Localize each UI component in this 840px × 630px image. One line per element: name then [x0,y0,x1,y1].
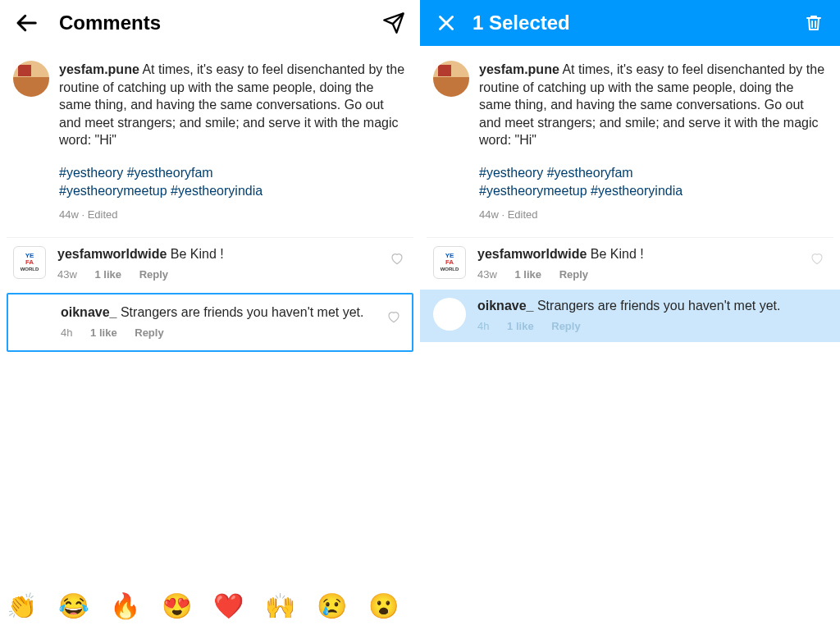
author-avatar[interactable] [433,61,469,97]
emoji-wow[interactable]: 😮 [368,591,399,620]
emoji-cry[interactable]: 😢 [317,591,347,620]
comment-row-highlighted[interactable]: oiknave_ Strangers are friends you haven… [7,293,413,352]
commenter-avatar[interactable]: YEFAWORLD [433,246,466,279]
send-icon[interactable] [381,10,407,36]
trash-icon[interactable] [801,10,827,36]
hashtag-line[interactable]: #yestheorymeetup #yestheoryindia [479,182,827,200]
topbar-selection: 1 Selected [420,0,840,46]
like-heart-icon[interactable] [807,303,827,317]
comment-row[interactable]: YEFAWORLD yesfamworldwide Be Kind ! 43w … [420,238,840,290]
comment-likes[interactable]: 1 like [507,320,534,332]
phone-left: Comments yesfam.pune At times, it's easy… [0,0,420,630]
comment-reply[interactable]: Reply [139,268,168,281]
like-heart-icon[interactable] [384,309,404,324]
commenter-handle[interactable]: yesfamworldwide [477,247,587,261]
comment-text: Be Kind ! [591,247,644,261]
emoji-joy[interactable]: 😂 [58,591,89,620]
comment-age: 43w [57,268,77,281]
comment-meta: 4h 1 like Reply [61,326,379,340]
comment-row-selected[interactable]: oiknave_ Strangers are friends you haven… [420,290,840,342]
phone-right: 1 Selected yesfam.pune At times, it's ea… [420,0,840,630]
comment-likes[interactable]: 1 like [514,268,541,281]
comment-reply[interactable]: Reply [135,326,163,339]
close-icon[interactable] [433,10,459,36]
commenter-avatar[interactable]: YEFAWORLD [13,246,46,279]
commenter-handle[interactable]: oiknave_ [61,305,116,319]
comment-meta: 43w 1 like Reply [477,268,802,282]
comment-meta: 43w 1 like Reply [57,268,382,282]
comment-likes[interactable]: 1 like [94,268,121,281]
comment-row[interactable]: YEFAWORLD yesfamworldwide Be Kind ! 43w … [0,238,420,290]
like-heart-icon[interactable] [807,251,827,266]
caption-meta: 44w · Edited [479,208,827,222]
comment-meta: 4h 1 like Reply [477,320,802,334]
comment-age: 4h [61,326,72,339]
hashtag-line[interactable]: #yestheory #yestheoryfam [479,164,827,182]
comment-age: 4h [477,320,489,332]
comment-likes[interactable]: 1 like [90,326,117,339]
comment-text: Be Kind ! [171,247,224,261]
like-heart-icon[interactable] [387,251,407,266]
back-arrow-icon[interactable] [13,10,39,36]
selection-title: 1 Selected [459,11,801,34]
author-handle[interactable]: yesfam.pune [59,62,139,76]
commenter-handle[interactable]: oiknave_ [477,299,533,313]
commenter-handle[interactable]: yesfamworldwide [57,247,167,261]
emoji-clap[interactable]: 👏 [7,591,37,620]
comment-reply[interactable]: Reply [559,268,588,281]
commenter-avatar[interactable] [16,304,49,337]
emoji-hearteyes[interactable]: 😍 [162,591,192,620]
comment-text: Strangers are friends you haven't met ye… [537,299,781,313]
comment-reply[interactable]: Reply [551,320,580,332]
hashtags[interactable]: #yestheory #yestheoryfam #yestheorymeetu… [479,164,827,199]
emoji-quickbar: 👏 😂 🔥 😍 ❤️ 🙌 😢 😮 [0,581,420,630]
hashtag-line[interactable]: #yestheorymeetup #yestheoryindia [59,182,407,200]
post-caption: yesfam.pune At times, it's easy to feel … [0,46,420,231]
page-title: Comments [39,11,381,34]
author-handle[interactable]: yesfam.pune [479,62,559,76]
hashtags[interactable]: #yestheory #yestheoryfam #yestheorymeetu… [59,164,407,199]
author-avatar[interactable] [13,61,49,97]
commenter-avatar[interactable] [433,298,466,331]
comment-text: Strangers are friends you haven't met ye… [121,305,364,319]
post-caption: yesfam.pune At times, it's easy to feel … [420,46,840,231]
emoji-heart[interactable]: ❤️ [213,591,244,620]
emoji-fire[interactable]: 🔥 [110,591,140,620]
hashtag-line[interactable]: #yestheory #yestheoryfam [59,164,407,182]
emoji-raised[interactable]: 🙌 [265,591,295,620]
topbar-comments: Comments [0,0,420,46]
comment-age: 43w [477,268,497,281]
caption-meta: 44w · Edited [59,208,407,222]
